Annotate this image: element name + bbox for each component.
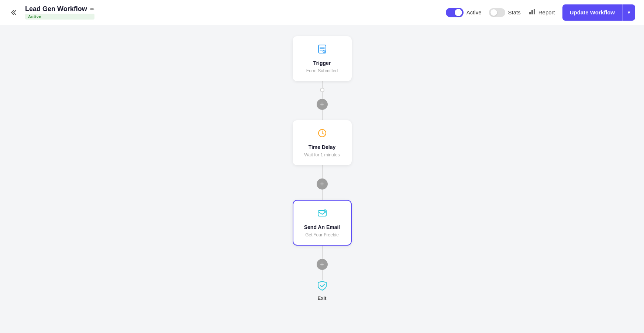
- svg-rect-0: [529, 12, 531, 14]
- line-1c: [322, 110, 323, 120]
- trigger-node-title: Trigger: [313, 60, 331, 66]
- active-toggle[interactable]: [446, 8, 464, 17]
- workflow-active-badge: Active: [25, 14, 94, 20]
- send-email-node[interactable]: Send An Email Get Your Freebie: [293, 200, 352, 246]
- workflow-title-wrap: Lead Gen Workflow ✏ Active: [25, 5, 94, 20]
- exit-icon: [317, 280, 328, 294]
- stats-toggle-wrap: Stats: [489, 8, 521, 17]
- active-toggle-wrap: Active: [446, 8, 482, 17]
- update-workflow-button[interactable]: Update Workflow ▾: [562, 4, 635, 21]
- workflow-name: Lead Gen Workflow: [25, 5, 87, 13]
- line-1a: [322, 81, 323, 88]
- email-icon: [317, 208, 327, 221]
- send-email-node-subtitle: Get Your Freebie: [305, 232, 339, 237]
- exit-label: Exit: [318, 295, 327, 301]
- add-step-button-1[interactable]: +: [317, 99, 328, 110]
- edit-icon[interactable]: ✏: [90, 6, 94, 12]
- line-3b: [322, 252, 323, 259]
- report-icon: [528, 7, 536, 17]
- line-3c: [322, 270, 323, 280]
- trigger-icon: [317, 44, 327, 56]
- line-2b: [322, 172, 323, 178]
- svg-line-10: [322, 133, 324, 134]
- add-step-button-3[interactable]: +: [317, 259, 328, 270]
- report-label: Report: [538, 9, 555, 15]
- header-left: Lead Gen Workflow ✏ Active: [9, 5, 94, 20]
- workflow-canvas: Trigger Form Submitted + Time Delay Wait…: [0, 25, 644, 333]
- stats-label: Stats: [508, 9, 521, 15]
- line-3a: [322, 246, 323, 252]
- stats-toggle[interactable]: [489, 8, 505, 17]
- back-button[interactable]: [9, 7, 21, 18]
- update-workflow-label: Update Workflow: [562, 5, 622, 20]
- add-step-button-2[interactable]: +: [317, 178, 328, 190]
- svg-rect-2: [534, 9, 535, 14]
- line-2a: [322, 165, 323, 172]
- active-toggle-label: Active: [466, 9, 482, 15]
- report-button[interactable]: Report: [528, 7, 555, 17]
- svg-point-7: [323, 50, 326, 53]
- workflow-diagram: Trigger Form Submitted + Time Delay Wait…: [293, 25, 352, 301]
- connector-2: +: [317, 165, 328, 200]
- time-delay-node-subtitle: Wait for 1 minutes: [304, 152, 340, 157]
- time-delay-node-title: Time Delay: [309, 144, 336, 150]
- header: Lead Gen Workflow ✏ Active Active Stats …: [0, 0, 644, 25]
- line-1b: [322, 92, 323, 99]
- connector-1: +: [317, 81, 328, 120]
- svg-rect-1: [531, 10, 533, 14]
- node-dot-1: [320, 88, 324, 92]
- connector-3: +: [317, 246, 328, 280]
- chevron-down-icon[interactable]: ▾: [623, 6, 635, 20]
- delay-icon: [317, 128, 327, 141]
- exit-node[interactable]: Exit: [317, 280, 328, 301]
- time-delay-node[interactable]: Time Delay Wait for 1 minutes: [293, 120, 352, 165]
- header-right: Active Stats Report Update Workflow ▾: [446, 4, 635, 21]
- line-2c: [322, 190, 323, 200]
- send-email-node-title: Send An Email: [304, 224, 340, 230]
- trigger-node[interactable]: Trigger Form Submitted: [293, 36, 352, 81]
- trigger-node-subtitle: Form Submitted: [306, 68, 338, 73]
- workflow-title: Lead Gen Workflow ✏: [25, 5, 94, 13]
